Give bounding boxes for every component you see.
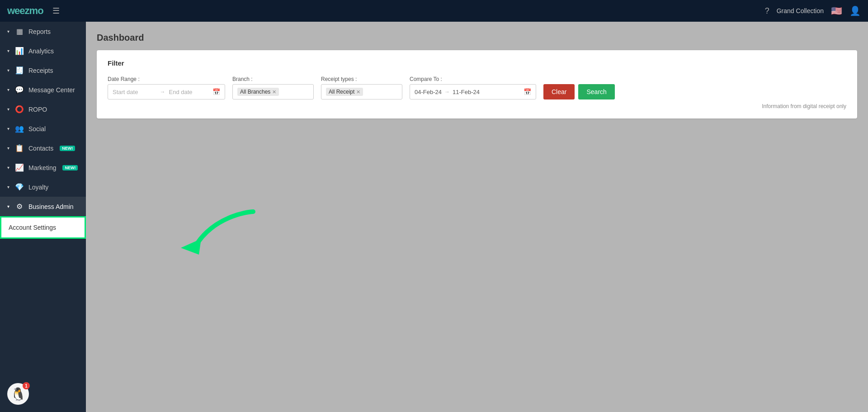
- compare-arrow-icon: →: [444, 89, 450, 95]
- reports-icon: ▦: [15, 27, 24, 36]
- filter-note: Information from digital receipt only: [108, 103, 846, 109]
- chevron-icon: ▾: [7, 107, 9, 112]
- compare-to-date: 11-Feb-24: [453, 89, 480, 95]
- new-badge-contacts: NEW!: [60, 146, 75, 151]
- sidebar-item-receipts[interactable]: ▾ 🧾 Receipts: [0, 61, 86, 80]
- sidebar-label-reports: Reports: [28, 28, 51, 35]
- chevron-icon: ▾: [7, 204, 9, 209]
- compare-from-date: 04-Feb-24: [415, 89, 442, 95]
- compare-to-group: Compare To : 04-Feb-24 → 11-Feb-24 📅: [410, 76, 536, 99]
- filter-buttons-row: Clear Search: [543, 84, 615, 99]
- account-settings-label: Account Settings: [9, 224, 56, 231]
- org-name: Grand Collection: [777, 7, 824, 14]
- receipts-icon: 🧾: [15, 66, 24, 75]
- sidebar-label-ropo: ROPO: [28, 106, 47, 113]
- chevron-icon: ▾: [7, 126, 9, 131]
- sidebar-label-message-center: Message Center: [28, 86, 75, 94]
- receipt-types-input[interactable]: All Receipt ✕: [321, 84, 402, 99]
- business-admin-icon: ⚙: [15, 202, 24, 211]
- sidebar-label-social: Social: [28, 125, 46, 133]
- account-settings-item[interactable]: Account Settings: [0, 216, 86, 239]
- receipt-tag: All Receipt ✕: [326, 88, 363, 96]
- sidebar-label-receipts: Receipts: [28, 67, 53, 74]
- sidebar-item-message-center[interactable]: ▾ 💬 Message Center: [0, 80, 86, 99]
- sidebar: ▾ ▦ Reports ▾ 📊 Analytics ▾ 🧾 Receipts ▾…: [0, 22, 86, 412]
- filter-card: Filter Date Range : Start date → End dat…: [97, 50, 857, 118]
- sidebar-item-loyalty[interactable]: ▾ 💎 Loyalty: [0, 177, 86, 197]
- sidebar-label-loyalty: Loyalty: [28, 184, 48, 191]
- date-arrow-icon: →: [160, 89, 165, 95]
- svg-marker-0: [181, 239, 201, 255]
- chevron-icon: ▾: [7, 48, 9, 53]
- sidebar-item-social[interactable]: ▾ 👥 Social: [0, 119, 86, 138]
- marketing-icon: 📈: [15, 163, 24, 172]
- receipt-types-group: Receipt types : All Receipt ✕: [321, 76, 402, 99]
- sidebar-item-reports[interactable]: ▾ ▦ Reports: [0, 22, 86, 41]
- clear-button[interactable]: Clear: [543, 84, 575, 99]
- sidebar-item-ropo[interactable]: ▾ ⭕ ROPO: [0, 99, 86, 119]
- chevron-icon: ▾: [7, 29, 9, 34]
- notification-avatar[interactable]: 🐧 1: [7, 383, 29, 405]
- filter-actions: Clear Search: [543, 73, 615, 99]
- compare-calendar-icon: 📅: [524, 88, 531, 95]
- calendar-icon: 📅: [212, 88, 220, 95]
- branch-input[interactable]: All Branches ✕: [232, 84, 314, 99]
- branch-tag-close[interactable]: ✕: [272, 89, 276, 95]
- sidebar-item-analytics[interactable]: ▾ 📊 Analytics: [0, 41, 86, 61]
- analytics-icon: 📊: [15, 47, 24, 55]
- new-badge-marketing: NEW!: [62, 165, 78, 170]
- branch-tag: All Branches ✕: [237, 88, 279, 96]
- arrow-annotation: [167, 203, 267, 277]
- receipt-types-label: Receipt types :: [321, 76, 402, 82]
- chevron-icon: ▾: [7, 165, 9, 170]
- sidebar-bottom: 🐧 1: [0, 376, 86, 412]
- page-title: Dashboard: [97, 33, 857, 43]
- sidebar-item-marketing[interactable]: ▾ 📈 Marketing NEW!: [0, 158, 86, 177]
- branch-group: Branch : All Branches ✕: [232, 76, 314, 99]
- branch-tag-value: All Branches: [240, 89, 270, 95]
- sidebar-label-contacts: Contacts: [28, 145, 53, 152]
- search-button[interactable]: Search: [578, 84, 614, 99]
- sidebar-label-marketing: Marketing: [28, 164, 56, 171]
- sidebar-label-analytics: Analytics: [28, 47, 54, 55]
- receipt-tag-close[interactable]: ✕: [356, 89, 360, 95]
- user-icon[interactable]: 👤: [849, 5, 861, 16]
- navbar-brand: weezmo ☰: [7, 5, 60, 17]
- loyalty-icon: 💎: [15, 183, 24, 191]
- layout: ▾ ▦ Reports ▾ 📊 Analytics ▾ 🧾 Receipts ▾…: [0, 22, 868, 412]
- flag-icon: 🇺🇸: [831, 5, 842, 16]
- contacts-icon: 📋: [15, 144, 24, 152]
- filter-row: Date Range : Start date → End date 📅 Bra…: [108, 73, 846, 99]
- date-range-input[interactable]: Start date → End date 📅: [108, 84, 225, 99]
- date-range-label: Date Range :: [108, 76, 225, 82]
- notification-badge: 1: [23, 382, 30, 389]
- sidebar-label-business-admin: Business Admin: [28, 203, 74, 210]
- chevron-icon: ▾: [7, 185, 9, 189]
- social-icon: 👥: [15, 124, 24, 133]
- ropo-icon: ⭕: [15, 105, 24, 114]
- date-start: Start date: [113, 89, 156, 95]
- date-end: End date: [169, 89, 213, 95]
- weezmo-logo: weezmo: [7, 5, 43, 17]
- sidebar-item-contacts[interactable]: ▾ 📋 Contacts NEW!: [0, 138, 86, 158]
- chevron-icon: ▾: [7, 87, 9, 92]
- hamburger-icon[interactable]: ☰: [52, 6, 60, 16]
- compare-dates: 04-Feb-24 → 11-Feb-24: [415, 89, 480, 95]
- date-range-group: Date Range : Start date → End date 📅: [108, 76, 225, 99]
- navbar: weezmo ☰ ? Grand Collection 🇺🇸 👤: [0, 0, 868, 22]
- main-content: Dashboard Filter Date Range : Start date…: [86, 22, 868, 412]
- filter-section-title: Filter: [108, 59, 846, 67]
- compare-to-input[interactable]: 04-Feb-24 → 11-Feb-24 📅: [410, 84, 536, 99]
- navbar-right: ? Grand Collection 🇺🇸 👤: [765, 5, 861, 16]
- receipt-tag-value: All Receipt: [329, 89, 354, 95]
- message-center-icon: 💬: [15, 85, 24, 94]
- chevron-icon: ▾: [7, 146, 9, 151]
- sidebar-item-business-admin[interactable]: ▾ ⚙ Business Admin: [0, 197, 86, 216]
- help-icon[interactable]: ?: [765, 6, 769, 16]
- branch-label: Branch :: [232, 76, 314, 82]
- chevron-icon: ▾: [7, 68, 9, 73]
- compare-to-label: Compare To :: [410, 76, 536, 82]
